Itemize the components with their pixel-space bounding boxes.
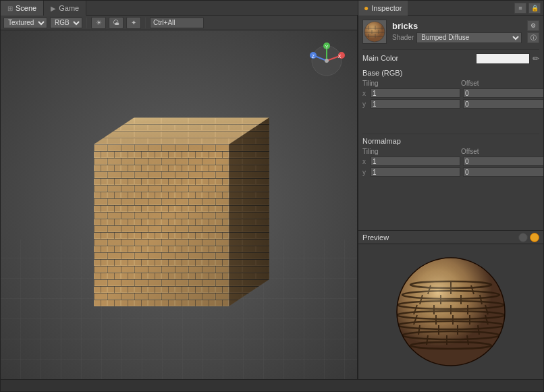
normalmap-section: Normalmap Tiling Offset x bbox=[362, 137, 539, 196]
svg-point-91 bbox=[397, 258, 505, 366]
base-x-row: x bbox=[362, 88, 543, 98]
shader-select[interactable]: Bumped Diffuse bbox=[416, 32, 522, 43]
axis-gizmo[interactable]: X Y Z bbox=[306, 40, 347, 81]
material-info: bricks Shader Bumped Diffuse bbox=[392, 21, 522, 43]
normal-tiling-y-input[interactable] bbox=[371, 167, 460, 177]
separator-2 bbox=[362, 134, 539, 134]
material-header: bricks Shader Bumped Diffuse ⚙ ⓘ bbox=[362, 20, 539, 44]
normal-offset-x-input[interactable] bbox=[463, 157, 543, 166]
render-mode-select[interactable]: Textured bbox=[3, 18, 47, 28]
normal-tiling-x-input[interactable] bbox=[371, 157, 460, 166]
main-color-row: Main Color ✏ bbox=[362, 53, 539, 65]
base-offset-x-input[interactable] bbox=[463, 88, 543, 98]
preview-toggle-btn-2[interactable] bbox=[530, 233, 539, 242]
base-y-row: y bbox=[362, 99, 543, 109]
normal-tiling-offset-header: Tiling Offset bbox=[362, 148, 543, 155]
svg-text:X: X bbox=[338, 54, 342, 59]
y-axis-label-2: y bbox=[362, 169, 368, 176]
tiling-offset-header: Tiling Offset bbox=[362, 80, 543, 87]
scene-background: X Y Z bbox=[1, 30, 357, 379]
material-preview-icon bbox=[362, 20, 387, 44]
material-info-btn[interactable]: ⓘ bbox=[527, 32, 539, 43]
inspector-content: bricks Shader Bumped Diffuse ⚙ ⓘ bbox=[358, 16, 543, 230]
svg-text:Y: Y bbox=[325, 45, 329, 49]
status-text bbox=[5, 382, 7, 389]
scene-view-panel: Textured RGB ☀ 🌤 ✦ bbox=[1, 16, 358, 379]
shader-row: Shader Bumped Diffuse bbox=[392, 32, 522, 43]
channel-select[interactable]: RGB bbox=[50, 18, 82, 28]
tab-inspector[interactable]: ● Inspector bbox=[358, 1, 408, 16]
inspector-dot-icon: ● bbox=[364, 3, 369, 13]
normal-tiling-col-label: Tiling bbox=[362, 148, 454, 155]
preview-panel: Preview bbox=[358, 230, 543, 379]
base-rgb-label: Base (RGB) bbox=[362, 69, 539, 77]
preview-title: Preview bbox=[362, 233, 516, 242]
tab-game[interactable]: ▶ Game bbox=[44, 1, 86, 16]
svg-marker-26 bbox=[94, 144, 229, 306]
normal-tiling-controls: Tiling Offset x y bbox=[362, 148, 543, 178]
inspector-options-btn[interactable]: ≡ bbox=[514, 3, 526, 13]
status-bar bbox=[1, 379, 543, 391]
normal-offset-y-input[interactable] bbox=[463, 167, 543, 177]
preview-content[interactable] bbox=[358, 244, 543, 379]
normalmap-label: Normalmap bbox=[362, 137, 539, 145]
scene-hash-icon: ⊞ bbox=[7, 5, 13, 12]
scene-tab-label: Scene bbox=[16, 4, 36, 12]
x-axis-label-1: x bbox=[362, 90, 368, 97]
brick-cube-svg bbox=[53, 77, 269, 333]
preview-sphere bbox=[390, 251, 512, 372]
base-rgb-section: Base (RGB) Tiling Offset x bbox=[362, 69, 539, 128]
eyedropper-icon[interactable]: ✏ bbox=[533, 54, 539, 63]
game-tab-label: Game bbox=[59, 4, 79, 12]
normal-offset-col-label: Offset bbox=[461, 148, 543, 155]
base-tiling-y-input[interactable] bbox=[371, 99, 460, 109]
base-tiling-controls: Tiling Offset x y bbox=[362, 80, 543, 110]
game-camera-icon: ▶ bbox=[51, 5, 56, 12]
svg-point-44 bbox=[325, 59, 329, 63]
material-header-icons: ⚙ ⓘ bbox=[527, 20, 539, 43]
normal-texture-row: Tiling Offset x y bbox=[362, 148, 539, 196]
svg-marker-28 bbox=[229, 117, 269, 306]
scene-toolbar: Textured RGB ☀ 🌤 ✦ bbox=[1, 16, 357, 30]
base-offset-y-input[interactable] bbox=[463, 99, 543, 109]
material-name: bricks bbox=[392, 21, 522, 31]
inspector-header-icons: ≡ 🔒 bbox=[514, 1, 543, 15]
main-color-label: Main Color bbox=[362, 54, 398, 62]
inspector-lock-btn[interactable]: 🔒 bbox=[528, 3, 541, 13]
skybox-btn[interactable]: 🌤 bbox=[109, 17, 124, 29]
toolbar-separator-2 bbox=[145, 18, 146, 28]
separator-1 bbox=[362, 49, 539, 50]
normal-x-row: x bbox=[362, 157, 543, 166]
y-axis-label-1: y bbox=[362, 101, 368, 108]
inspector-panel: bricks Shader Bumped Diffuse ⚙ ⓘ bbox=[358, 16, 543, 379]
base-tiling-x-input[interactable] bbox=[371, 88, 460, 98]
base-texture-row: Tiling Offset x y bbox=[362, 80, 539, 128]
fx-btn[interactable]: ✦ bbox=[126, 17, 141, 29]
scene-viewport[interactable]: X Y Z bbox=[1, 30, 357, 379]
main-color-swatch[interactable] bbox=[476, 53, 530, 64]
material-settings-btn[interactable]: ⚙ bbox=[527, 20, 539, 31]
shader-label: Shader bbox=[392, 34, 414, 41]
x-axis-label-2: x bbox=[362, 158, 368, 165]
offset-column-label: Offset bbox=[461, 80, 543, 87]
inspector-tab-label: Inspector bbox=[371, 4, 402, 12]
main-window: ⊞ Scene ▶ Game ● Inspector ≡ 🔒 bbox=[0, 0, 544, 392]
tab-scene[interactable]: ⊞ Scene bbox=[1, 1, 44, 16]
search-input[interactable] bbox=[150, 18, 204, 28]
lighting-toggle-btn[interactable]: ☀ bbox=[91, 17, 106, 29]
preview-toggle-btn-1[interactable] bbox=[518, 233, 528, 242]
preview-header: Preview bbox=[358, 231, 543, 244]
toolbar-separator-1 bbox=[86, 18, 87, 28]
tiling-column-label: Tiling bbox=[362, 80, 454, 87]
svg-text:Z: Z bbox=[312, 54, 315, 59]
normal-y-row: y bbox=[362, 167, 543, 177]
